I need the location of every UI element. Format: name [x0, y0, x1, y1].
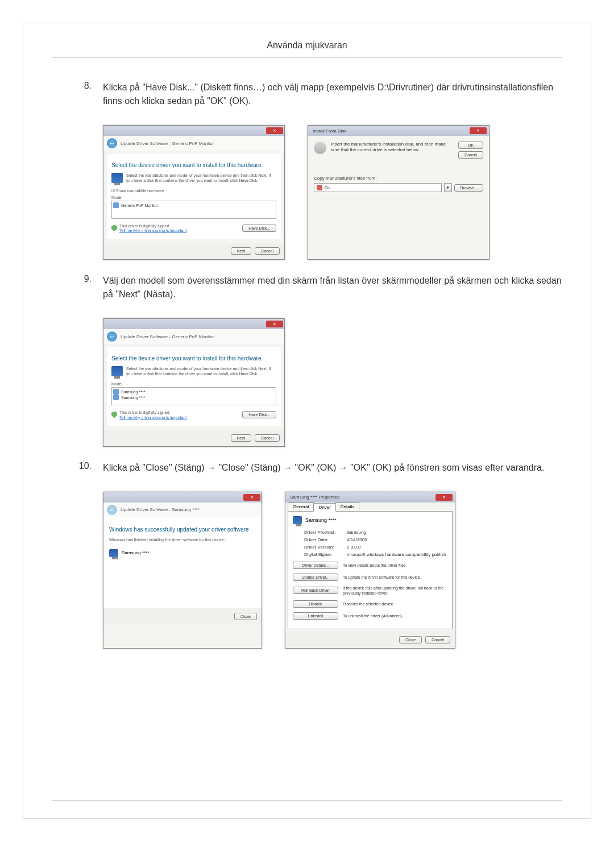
floppy-icon [317, 185, 322, 190]
uninstall-action: Uninstall To uninstall the driver (Advan… [293, 612, 447, 620]
dialog-nav: ← Update Driver Software - Generic PnP M… [103, 136, 284, 151]
dialog-instruction: Select the manufacturer and model of you… [111, 173, 276, 183]
install-from-disk-dialog: Install From Disk ✕ Insert the manufactu… [308, 125, 489, 260]
dialog-buttons: Next Cancel [103, 243, 284, 259]
compatible-checkbox[interactable]: ☑ Show compatible hardware [111, 189, 276, 193]
page-footer [52, 800, 562, 801]
titlebar: ✕ [103, 319, 284, 329]
update-driver-dialog: ✕ ← Update Driver Software - Generic PnP… [103, 125, 285, 260]
signing-link[interactable]: Tell me why driver signing is important [119, 229, 186, 232]
disk-buttons: OK Cancel [458, 142, 483, 159]
signed-text: This driver is digitally signed. [119, 410, 186, 415]
cancel-button[interactable]: Cancel [458, 151, 483, 159]
step-8: 8. Klicka på "Have Disk..." (Diskett fin… [52, 81, 562, 108]
dialog-heading: Select the device driver you want to ins… [111, 162, 276, 168]
tab-content: Samsung **** Driver Provider: Samsung Dr… [288, 512, 453, 629]
update-desc: To update the driver software for this d… [343, 575, 447, 580]
cancel-button[interactable]: Cancel [255, 434, 280, 442]
close-icon[interactable]: ✕ [435, 494, 453, 501]
model-item[interactable]: Generic PnP Monitor [113, 202, 275, 208]
close-button[interactable]: Close [399, 636, 422, 643]
dialog-instruction: Select the manufacturer and model of you… [111, 366, 276, 376]
tab-general[interactable]: General [288, 502, 314, 511]
dialog-buttons: Close [103, 608, 262, 625]
signer-label: Digital Signer: [304, 552, 347, 557]
close-icon[interactable]: ✕ [470, 127, 487, 134]
tab-driver[interactable]: Driver [313, 503, 335, 512]
update-action: Update Driver... To update the driver so… [293, 574, 447, 581]
model-list[interactable]: Generic PnP Monitor [111, 201, 276, 219]
rollback-button[interactable]: Roll Back Driver [293, 587, 338, 594]
dialog-buttons: Next Cancel [103, 430, 284, 446]
monitor-icon [109, 549, 118, 557]
page-header: Använda mjukvaran [52, 40, 562, 58]
step-number: 10. [52, 461, 103, 475]
version-value: 2.0.0.0 [347, 545, 360, 550]
driver-details-button[interactable]: Driver Details... [293, 562, 338, 569]
model-item-1[interactable]: Samsung **** [113, 389, 275, 394]
step-9-images: ✕ ← Update Driver Software - Generic PnP… [103, 318, 562, 446]
close-icon[interactable]: ✕ [243, 494, 260, 501]
monitor-small-icon [113, 202, 119, 208]
rollback-action: Roll Back Driver If the device fails aft… [293, 585, 447, 596]
dialog-body: Select the device driver you want to ins… [107, 154, 281, 239]
dialog-body: Windows has successfully updated your dr… [103, 517, 262, 608]
step-8-images: ✕ ← Update Driver Software - Generic PnP… [103, 125, 562, 260]
device-name: Samsung **** [305, 517, 337, 523]
back-arrow-icon[interactable]: ← [107, 138, 117, 148]
date-row: Driver Date: 4/14/2005 [304, 537, 447, 542]
titlebar: Install From Disk ✕ [308, 126, 489, 136]
shield-icon [111, 412, 117, 418]
instruction-text: Select the manufacturer and model of you… [126, 366, 276, 376]
model-item-2[interactable]: Samsung **** [113, 394, 275, 400]
close-icon[interactable]: ✕ [266, 127, 283, 134]
path-input[interactable]: D:\ [314, 183, 442, 192]
titlebar: Samsung **** Properties ✕ [285, 492, 455, 502]
step-number: 9. [52, 274, 103, 301]
uninstall-button[interactable]: Uninstall [293, 612, 338, 620]
close-button[interactable]: Close [234, 613, 257, 620]
step-text: Klicka på "Close" (Stäng) → "Close" (Stä… [103, 461, 562, 475]
dialog-nav: ← Update Driver Software - Samsung **** [103, 502, 262, 517]
cancel-button[interactable]: Cancel [255, 247, 280, 255]
dialog-heading: Select the device driver you want to ins… [111, 355, 276, 362]
close-icon[interactable]: ✕ [266, 321, 283, 327]
dialog-breadcrumb: Update Driver Software - Generic PnP Mon… [121, 141, 214, 146]
dialog-title: Install From Disk [310, 128, 347, 134]
ok-button[interactable]: OK [458, 142, 483, 149]
update-driver-button[interactable]: Update Driver... [293, 574, 338, 581]
provider-row: Driver Provider: Samsung [304, 530, 447, 535]
disable-desc: Disables the selected device. [343, 601, 447, 607]
success-dialog: ✕ ← Update Driver Software - Samsung ***… [103, 492, 262, 649]
provider-label: Driver Provider: [304, 530, 347, 535]
titlebar: ✕ [103, 126, 284, 136]
have-disk-button[interactable]: Have Disk... [242, 225, 276, 232]
device-header: Samsung **** [293, 516, 447, 524]
model-list[interactable]: Samsung **** Samsung **** [111, 387, 276, 405]
document-page: Använda mjukvaran 8. Klicka på "Have Dis… [23, 23, 591, 819]
cancel-button[interactable]: Cancel [425, 636, 450, 643]
dialog-nav: ← Update Driver Software - Generic PnP M… [103, 329, 284, 344]
dropdown-arrow-icon[interactable]: ▼ [444, 183, 452, 192]
date-value: 4/14/2005 [347, 537, 367, 542]
monitor-small-icon [113, 394, 119, 400]
back-arrow-icon[interactable]: ← [107, 331, 117, 342]
dialog-body: Select the device driver you want to ins… [107, 347, 281, 426]
tab-details[interactable]: Details [335, 502, 359, 511]
signing-link[interactable]: Tell me why driver signing is important [119, 416, 186, 420]
properties-dialog: Samsung **** Properties ✕ General Driver… [285, 492, 455, 649]
details-action: Driver Details... To view details about … [293, 562, 447, 569]
next-button[interactable]: Next [231, 247, 251, 255]
success-heading: Windows has successfully updated your dr… [109, 526, 256, 533]
details-desc: To view details about the driver files. [343, 563, 447, 568]
date-label: Driver Date: [304, 537, 347, 542]
next-button[interactable]: Next [231, 434, 251, 442]
dialog-buttons: Close Cancel [285, 632, 455, 648]
step-10: 10. Klicka på "Close" (Stäng) → "Close" … [52, 461, 562, 475]
dialog-breadcrumb: Update Driver Software - Generic PnP Mon… [121, 334, 214, 339]
disable-button[interactable]: Disable [293, 600, 338, 608]
step-number: 8. [52, 81, 103, 108]
browse-button[interactable]: Browse... [454, 184, 483, 192]
back-arrow-icon: ← [107, 505, 117, 515]
have-disk-button[interactable]: Have Disk... [242, 411, 276, 418]
